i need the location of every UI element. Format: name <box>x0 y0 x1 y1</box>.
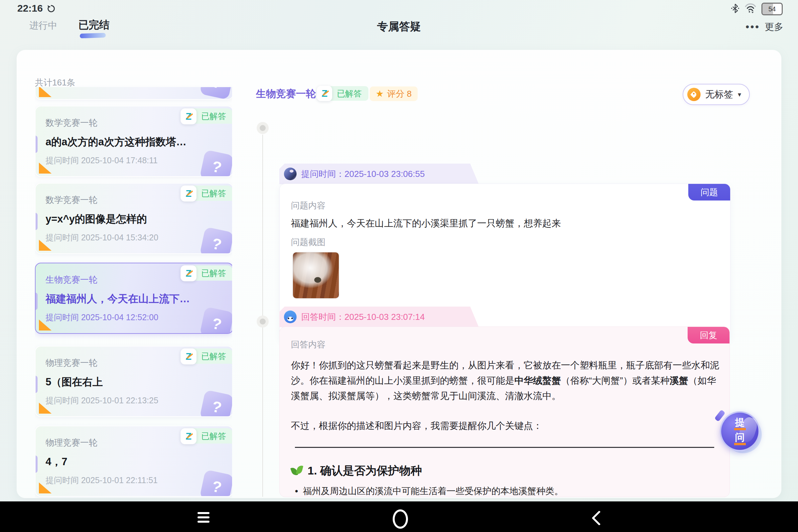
more-button[interactable]: ••• 更多 <box>745 21 783 33</box>
answered-badge: 已解答 <box>192 348 232 364</box>
status-badge: Z 已解答 <box>180 108 232 125</box>
list-item[interactable]: Z 已解答 物理竞赛一轮 5（图在右上 提问时间 2025-10-01 22:1… <box>35 346 232 417</box>
card-notch <box>35 213 38 230</box>
tag-label: 无标签 <box>705 88 733 101</box>
total-count: 共计161条 <box>35 77 75 89</box>
card-notch <box>35 376 38 393</box>
z-logo-icon: Z <box>180 265 196 281</box>
tab-bar: 进行中 已完结 <box>29 18 109 34</box>
status-badge: Z 已解答 <box>180 348 232 364</box>
question-time-strip: 提问时间：2025-10-03 23:06:55 <box>279 164 479 184</box>
card-subject: 数学竞赛一轮 <box>45 117 97 129</box>
question-time-label: 提问时间： <box>301 169 344 179</box>
card-time: 提问时间 2025-10-04 12:52:00 <box>45 312 158 323</box>
card-subject: 物理竞赛一轮 <box>45 437 97 449</box>
question-decoration-icon: ? <box>200 227 232 254</box>
card-title: 5（图在右上 <box>45 375 196 389</box>
status-time: 22:16 <box>17 3 43 14</box>
answered-badge: 已解答 <box>192 428 232 443</box>
active-tab-indicator <box>80 33 106 39</box>
bot-avatar <box>284 310 297 323</box>
user-avatar <box>284 168 297 180</box>
question-decoration-icon: ? <box>200 150 232 177</box>
question-decoration-icon: ? <box>200 87 232 100</box>
z-logo-icon: Z <box>180 186 196 202</box>
answer-ribbon: 回复 <box>688 327 729 343</box>
card-subject: 物理竞赛一轮 <box>45 357 97 369</box>
card-notch <box>35 136 38 153</box>
question-ribbon: 问题 <box>688 184 730 201</box>
timeline-dot <box>257 316 269 327</box>
question-decoration-icon: ? <box>200 470 232 497</box>
bluetooth-icon <box>731 3 740 15</box>
ask-question-button[interactable]: 提 问 <box>720 411 760 451</box>
detail-status-badge: Z 已解答 <box>317 86 368 101</box>
answer-time: 2025-10-03 23:07:14 <box>344 312 424 322</box>
question-screenshot-thumbnail[interactable] <box>292 252 340 299</box>
chevron-down-icon: ▾ <box>738 91 741 98</box>
card-subject: 数学竞赛一轮 <box>45 194 97 206</box>
card-notch <box>35 292 38 310</box>
z-logo-icon: Z <box>180 108 196 125</box>
tag-icon <box>687 88 701 101</box>
corner-flag-icon <box>39 87 52 97</box>
answer-card: 回复 回答内容 你好！你抓到的这只螃蟹看起来是野生的，从图片来看，它被放在一个塑… <box>279 326 730 497</box>
status-badge: Z 已解答 <box>180 265 232 281</box>
rating-badge: ★ 评分 8 <box>370 87 418 101</box>
answered-badge: 已解答 <box>192 108 232 124</box>
answered-badge: 已解答 <box>192 265 232 281</box>
bullet-item: 福州及周边山区的溪流中可能生活着一些受保护的本地溪蟹种类。 <box>293 484 718 497</box>
answered-badge: 已解答 <box>328 86 368 101</box>
question-decoration-icon: ? <box>200 307 232 334</box>
star-icon: ★ <box>376 89 384 99</box>
answer-paragraph: 你好！你抓到的这只螃蟹看起来是野生的，从图片来看，它被放在一个塑料瓶里，瓶子底部… <box>291 358 720 404</box>
detail-subject: 生物竞赛一轮 <box>256 87 316 101</box>
z-logo-icon: Z <box>180 348 196 364</box>
card-time: 提问时间 2025-10-04 15:34:20 <box>45 232 158 243</box>
status-badge: Z 已解答 <box>180 186 232 202</box>
card-title: a的a次方的a次方这种指数塔怎么算 <box>45 135 196 149</box>
page-title: 专属答疑 <box>0 19 798 34</box>
wifi-icon <box>744 3 757 15</box>
list-item[interactable]: Z 已解答 数学竞赛一轮 a的a次方的a次方这种指数塔怎么算 提问时间 2025… <box>35 106 232 177</box>
tab-completed[interactable]: 已完结 <box>78 18 109 34</box>
card-time: 提问时间 2025-10-01 22:13:25 <box>45 395 158 406</box>
card-time: 提问时间 2025-10-01 22:11:51 <box>45 475 158 486</box>
nav-menu-button[interactable] <box>197 512 209 523</box>
ask-char: 问 <box>734 432 746 445</box>
status-icons: 54 <box>731 3 783 15</box>
tab-completed-label: 已完结 <box>78 19 109 31</box>
divider <box>295 447 714 448</box>
leaf-icon <box>291 464 304 477</box>
main-panel: 共计161条 ? Z 已解答 数学竞赛一轮 a的a次方的a次方这种指数塔怎么算 … <box>17 50 781 498</box>
rating-label: 评分 8 <box>387 88 412 100</box>
answer-time-label: 回答时间： <box>301 312 344 322</box>
question-decoration-icon: ? <box>200 390 232 417</box>
more-label: 更多 <box>765 21 783 33</box>
tab-in-progress[interactable]: 进行中 <box>29 19 57 34</box>
answer-content-label: 回答内容 <box>291 339 718 350</box>
answer-paragraph: 不过，根据你的描述和图片内容，我需要提醒你几个关键点： <box>291 418 718 434</box>
answer-time-strip: 回答时间：2025-10-03 23:07:14 <box>279 307 479 327</box>
timeline-dot <box>257 122 269 134</box>
nav-home-button[interactable] <box>393 509 408 529</box>
list-item[interactable]: Z 已解答 物理竞赛一轮 4，7 提问时间 2025-10-01 22:11:5… <box>35 425 232 497</box>
card-notch <box>35 456 38 473</box>
list-item-partial[interactable]: ? <box>35 87 232 100</box>
battery-level: 54 <box>762 4 782 14</box>
list-item[interactable]: Z 已解答 数学竞赛一轮 y=x^y的图像是怎样的 提问时间 2025-10-0… <box>35 183 232 254</box>
question-screenshot-label: 问题截图 <box>291 236 325 248</box>
question-content: 福建福州人，今天在山上流下的小溪渠里抓了一只螃蟹，想养起来 <box>291 217 561 230</box>
battery-icon: 54 <box>761 3 783 15</box>
detail-pane: 生物竞赛一轮 Z 已解答 ★ 评分 8 无标签 ▾ 提问时间：2025-10-0… <box>246 50 775 498</box>
card-title: y=x^y的图像是怎样的 <box>45 212 196 226</box>
z-logo-icon: Z <box>317 86 332 101</box>
tag-filter-dropdown[interactable]: 无标签 ▾ <box>683 84 750 105</box>
card-title: 福建福州人，今天在山上流下的小溪… <box>45 292 196 306</box>
answered-badge: 已解答 <box>192 186 232 201</box>
refresh-icon <box>46 4 56 15</box>
status-badge: Z 已解答 <box>180 428 232 444</box>
list-item-selected[interactable]: Z 已解答 生物竞赛一轮 福建福州人，今天在山上流下的小溪… 提问时间 2025… <box>35 263 232 334</box>
ask-char: 提 <box>734 417 746 430</box>
z-logo-icon: Z <box>180 428 196 444</box>
